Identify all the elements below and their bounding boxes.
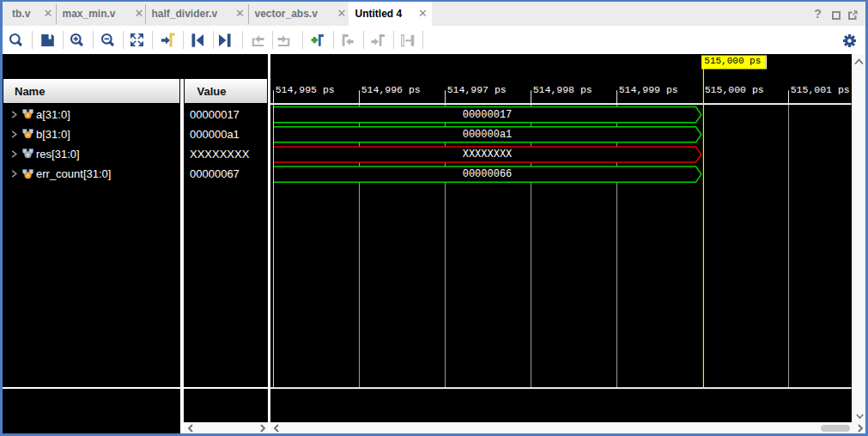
svg-text:00000017: 00000017 <box>463 109 513 121</box>
svg-text:515,000 ps: 515,000 ps <box>704 56 761 66</box>
svg-text:514,998 ps: 514,998 ps <box>533 84 592 95</box>
svg-text:515,000 ps: 515,000 ps <box>705 84 764 95</box>
svg-text:514,995 ps: 514,995 ps <box>276 84 335 95</box>
svg-text:514,999 ps: 514,999 ps <box>619 84 678 95</box>
svg-text:514,996 ps: 514,996 ps <box>361 84 421 95</box>
svg-text:514,997 ps: 514,997 ps <box>447 84 507 95</box>
svg-text:515,001 ps: 515,001 ps <box>791 84 850 95</box>
svg-text:000000a1: 000000a1 <box>463 129 513 141</box>
svg-text:XXXXXXXX: XXXXXXXX <box>463 148 513 160</box>
svg-text:00000066: 00000066 <box>463 168 513 180</box>
